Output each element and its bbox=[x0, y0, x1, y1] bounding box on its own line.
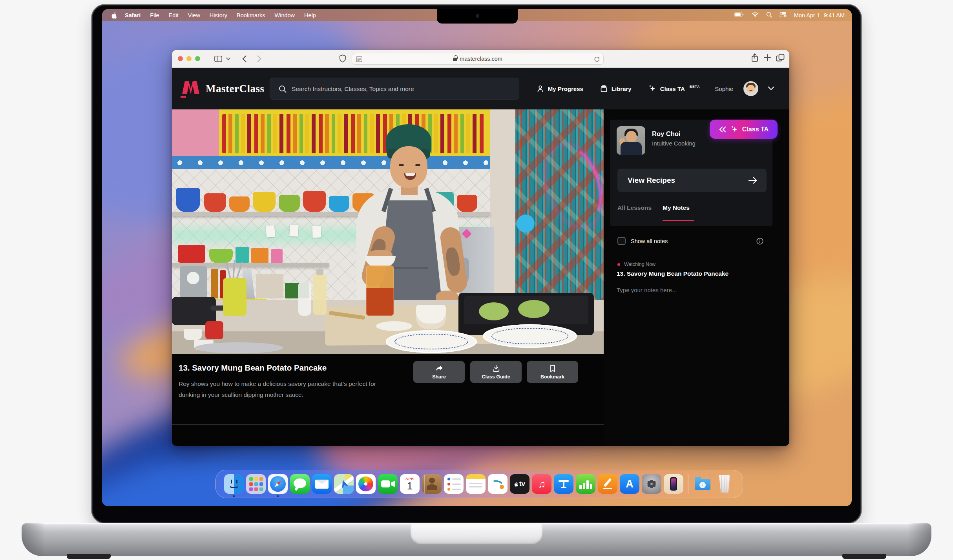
view-recipes-button[interactable]: View Recipes bbox=[617, 169, 767, 192]
instructor-thumbnail bbox=[617, 126, 645, 155]
dock-icon-pages[interactable] bbox=[598, 474, 617, 494]
menu-item-view[interactable]: View bbox=[183, 12, 205, 18]
share-button[interactable]: Share bbox=[413, 361, 465, 383]
menu-item-file[interactable]: File bbox=[145, 12, 164, 18]
dock-icon-iphone-mirroring[interactable] bbox=[664, 474, 683, 494]
nav-library[interactable]: Library bbox=[594, 84, 637, 93]
class-guide-button[interactable]: Class Guide bbox=[470, 361, 522, 383]
spotlight-icon[interactable] bbox=[766, 12, 772, 19]
safari-toolbar: masterclass.com bbox=[172, 50, 789, 68]
nav-class-ta[interactable]: Class TA BETA bbox=[643, 84, 706, 93]
reload-icon[interactable] bbox=[593, 56, 600, 64]
tab-all-lessons[interactable]: All Lessons bbox=[617, 204, 652, 211]
instructor-name: Roy Choi bbox=[652, 130, 680, 138]
dock-icon-facetime[interactable] bbox=[378, 474, 398, 494]
show-all-notes-label: Show all notes bbox=[631, 238, 668, 244]
menu-date: Mon Apr 1 bbox=[794, 12, 820, 18]
new-tab-icon[interactable] bbox=[763, 53, 771, 64]
laptop-foot bbox=[67, 554, 111, 559]
sidebar-toggle-icon[interactable] bbox=[212, 53, 224, 65]
reader-icon[interactable] bbox=[356, 56, 363, 64]
dock-icon-notes[interactable] bbox=[466, 474, 486, 494]
masterclass-logo[interactable]: MasterClass bbox=[181, 80, 264, 97]
menu-item-help[interactable]: Help bbox=[299, 12, 321, 18]
site-search-bar[interactable] bbox=[270, 78, 519, 100]
control-center-icon[interactable] bbox=[780, 12, 787, 18]
sidebar-chevron-icon[interactable] bbox=[224, 53, 232, 65]
dock-icon-finder[interactable] bbox=[224, 474, 244, 494]
dock-icon-safari[interactable] bbox=[268, 474, 288, 494]
menu-item-edit[interactable]: Edit bbox=[164, 12, 183, 18]
dock-icon-tv[interactable]: tv bbox=[510, 474, 529, 494]
search-icon bbox=[279, 85, 287, 93]
dock-separator bbox=[688, 474, 688, 494]
dock-icon-mail[interactable] bbox=[312, 474, 332, 494]
back-button[interactable] bbox=[238, 53, 250, 65]
search-input[interactable] bbox=[292, 85, 519, 93]
apple-menu-icon[interactable] bbox=[108, 12, 120, 19]
masterclass-logo-mark-icon bbox=[181, 80, 201, 97]
tab-overview-icon[interactable] bbox=[776, 53, 785, 64]
dock-icon-trash[interactable] bbox=[715, 474, 734, 494]
library-icon bbox=[600, 84, 608, 93]
dotted-plate bbox=[386, 330, 477, 353]
dock-icon-numbers[interactable] bbox=[576, 474, 595, 494]
menu-item-window[interactable]: Window bbox=[270, 12, 300, 18]
menu-item-safari[interactable]: Safari bbox=[120, 12, 145, 18]
watching-now-row: Watching Now bbox=[617, 262, 655, 267]
dock-icon-keynote[interactable] bbox=[554, 474, 573, 494]
dock-icon-downloads[interactable] bbox=[693, 474, 712, 494]
battery-icon[interactable] bbox=[734, 12, 744, 18]
dock-icon-system-settings[interactable] bbox=[642, 474, 661, 494]
address-bar[interactable]: masterclass.com bbox=[352, 53, 604, 65]
dock-icon-messages[interactable] bbox=[290, 474, 310, 494]
close-window-button[interactable] bbox=[178, 56, 183, 61]
lesson-title: 13. Savory Mung Bean Potato Pancake bbox=[179, 363, 327, 373]
display-notch bbox=[437, 9, 518, 24]
info-icon[interactable] bbox=[756, 237, 764, 247]
zoom-window-button[interactable] bbox=[195, 56, 200, 61]
laptop-foot bbox=[842, 554, 886, 559]
dock-icon-contacts[interactable] bbox=[422, 474, 442, 494]
menu-item-bookmarks[interactable]: Bookmarks bbox=[232, 12, 270, 18]
course-name: Intuitive Cooking bbox=[652, 140, 696, 147]
show-all-notes-checkbox[interactable] bbox=[617, 237, 626, 245]
privacy-shield-icon[interactable] bbox=[337, 53, 349, 65]
forward-button[interactable] bbox=[253, 53, 265, 65]
person-icon bbox=[536, 84, 544, 93]
masterclass-wordmark: MasterClass bbox=[206, 83, 264, 95]
arrow-right-icon bbox=[748, 176, 758, 185]
lid-groove bbox=[411, 523, 542, 544]
wifi-icon[interactable] bbox=[752, 12, 759, 18]
minimize-window-button[interactable] bbox=[186, 56, 192, 61]
download-icon bbox=[492, 365, 500, 373]
video-player[interactable] bbox=[172, 109, 604, 354]
dock-icon-music[interactable] bbox=[532, 474, 551, 494]
share-icon[interactable] bbox=[751, 53, 759, 64]
url-text: masterclass.com bbox=[460, 56, 502, 62]
sparkle-icon bbox=[730, 125, 739, 134]
dock-icon-launchpad[interactable] bbox=[246, 474, 266, 494]
account-chevron-down-icon[interactable] bbox=[768, 85, 774, 92]
dock-icon-app-store[interactable] bbox=[620, 474, 639, 494]
class-ta-button[interactable]: Class TA bbox=[710, 120, 778, 139]
bookmark-button[interactable]: Bookmark bbox=[527, 361, 578, 383]
chili-oil-jar bbox=[366, 265, 394, 316]
dock-icon-maps[interactable] bbox=[334, 474, 354, 494]
dock-icon-photos[interactable] bbox=[356, 474, 376, 494]
dock-icon-reminders[interactable] bbox=[444, 474, 464, 494]
notes-input[interactable]: Type your notes here... bbox=[617, 287, 766, 293]
dock-icon-calendar[interactable]: APR1 bbox=[400, 474, 420, 494]
nav-my-progress[interactable]: My Progress bbox=[531, 84, 589, 93]
user-avatar[interactable] bbox=[743, 81, 758, 96]
dock-icon-freeform[interactable] bbox=[488, 474, 508, 494]
double-chevron-left-icon bbox=[719, 126, 727, 133]
macbook-frame: Safari File Edit View History Bookmarks … bbox=[91, 4, 862, 524]
safari-window: masterclass.com MasterClass bbox=[172, 50, 789, 446]
masterclass-header: MasterClass My Progress Library bbox=[172, 68, 789, 109]
tab-my-notes[interactable]: My Notes bbox=[663, 204, 690, 211]
menu-item-history[interactable]: History bbox=[205, 12, 232, 18]
user-name[interactable]: Sophie bbox=[711, 85, 733, 92]
lock-icon bbox=[453, 58, 457, 61]
menu-clock[interactable]: Mon Apr 1 9:41 AM bbox=[794, 12, 845, 18]
